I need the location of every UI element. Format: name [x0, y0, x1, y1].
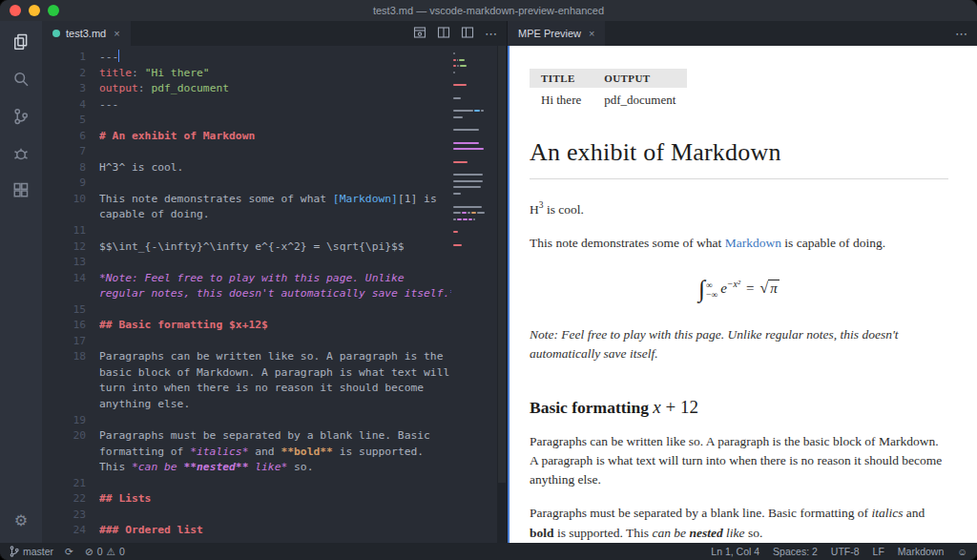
zoom-window-button[interactable] — [48, 5, 59, 16]
extensions-icon[interactable] — [10, 179, 32, 202]
tab-mpe-preview[interactable]: MPE Preview × — [508, 21, 605, 46]
code-line[interactable]: 24### Ordered list — [42, 523, 451, 539]
text-cursor — [118, 50, 119, 62]
encoding-item[interactable]: UTF-8 — [831, 546, 860, 557]
traffic-lights — [10, 5, 59, 16]
code-line[interactable]: 21 — [42, 476, 451, 492]
code-line[interactable]: 23 — [42, 508, 451, 524]
code-line[interactable]: 7 — [42, 144, 451, 160]
git-branch-item[interactable]: master — [10, 546, 53, 557]
preview-note: Note: Feel free to play with this page. … — [530, 325, 948, 364]
vscode-window: test3.md — vscode-markdown-preview-enhan… — [0, 0, 977, 560]
preview-actions: ⋯ — [955, 21, 977, 46]
language-mode-item[interactable]: Markdown — [898, 546, 944, 557]
code-line[interactable]: 20Paragraphs must be separated by a blan… — [42, 428, 451, 445]
front-matter-table: TITLE OUTPUT Hi there pdf_document — [530, 69, 687, 110]
table-header-cell: OUTPUT — [592, 69, 687, 88]
code-line[interactable]: formatting of *italics* and **bold** is … — [42, 445, 451, 461]
code-line[interactable]: 19 — [42, 413, 451, 429]
code-line[interactable]: 6# An exhibit of Markdown — [42, 129, 451, 145]
eol-item[interactable]: LF — [873, 546, 884, 557]
markdown-link[interactable]: Markdown — [725, 236, 781, 250]
code-line[interactable]: 4--- — [42, 97, 451, 114]
code-area[interactable]: 1---2title: "Hi there"3output: pdf_docum… — [42, 46, 451, 543]
minimap[interactable] — [451, 46, 497, 543]
open-preview-icon[interactable] — [413, 26, 426, 41]
code-line[interactable]: capable of doing. — [42, 207, 451, 223]
activity-bar: ⚙ — [0, 21, 42, 543]
line-number: 21 — [42, 476, 99, 492]
line-number: 23 — [42, 508, 99, 524]
code-line[interactable]: 16## Basic formatting $x+12$ — [42, 318, 451, 334]
code-line[interactable]: regular notes, this doesn't automaticall… — [42, 286, 451, 302]
feedback-smiley-icon[interactable]: ☺ — [957, 546, 967, 557]
code-line[interactable]: 8H^3^ is cool. — [42, 160, 451, 176]
debug-icon[interactable] — [10, 142, 32, 165]
editor-actions: ⋯ — [413, 21, 507, 46]
code-line[interactable]: 14*Note: Feel free to play with this pag… — [42, 271, 451, 287]
line-number: 14 — [42, 271, 99, 287]
close-window-button[interactable] — [10, 5, 21, 16]
line-number: 1 — [42, 50, 99, 66]
more-actions-icon[interactable]: ⋯ — [485, 27, 498, 41]
preview-paragraph: This note demonstrates some of what Mark… — [530, 234, 948, 253]
warning-icon: ⚠ — [107, 546, 115, 557]
line-number: 16 — [42, 318, 99, 334]
problems-item[interactable]: ⊘ 0 ⚠ 0 — [85, 546, 125, 557]
minimize-window-button[interactable] — [29, 5, 40, 16]
line-number — [42, 207, 99, 223]
line-number — [42, 286, 99, 302]
split-editor-icon[interactable] — [437, 26, 450, 41]
line-number: 13 — [42, 255, 99, 271]
code-line[interactable]: turn into when there is no reason it sho… — [42, 381, 451, 397]
table-cell: Hi there — [530, 88, 592, 110]
cursor-position-item[interactable]: Ln 1, Col 4 — [711, 546, 759, 557]
line-number: 11 — [42, 223, 99, 239]
explorer-icon[interactable] — [10, 31, 32, 53]
line-number — [42, 445, 99, 461]
editor-scrollbar[interactable] — [497, 46, 507, 543]
code-line[interactable]: basic block of Markdown. A paragraph is … — [42, 365, 451, 382]
line-number: 2 — [42, 66, 99, 82]
preview-group: MPE Preview × ⋯ TITLE OUTPUT Hi there pd… — [508, 21, 977, 543]
window-title: test3.md — vscode-markdown-preview-enhan… — [0, 5, 977, 16]
code-line[interactable]: This *can be **nested** like* so. — [42, 460, 451, 476]
code-line[interactable]: 17 — [42, 334, 451, 350]
line-number: 20 — [42, 428, 99, 445]
code-line[interactable]: 12$$\int_{-\infty}^\infty e^{-x^2} = \sq… — [42, 239, 451, 256]
settings-gear-icon[interactable]: ⚙ — [10, 508, 32, 531]
code-line[interactable]: 3output: pdf_document — [42, 81, 451, 97]
tab-label: test3.md — [66, 28, 106, 39]
source-control-icon[interactable] — [10, 105, 32, 128]
code-line[interactable]: 5 — [42, 113, 451, 129]
line-number: 7 — [42, 144, 99, 160]
line-number: 3 — [42, 81, 99, 97]
code-line[interactable]: 18Paragraphs can be written like so. A p… — [42, 349, 451, 365]
code-line[interactable]: 13 — [42, 255, 451, 271]
code-line[interactable]: 1--- — [42, 50, 451, 66]
tab-close-icon[interactable]: × — [112, 28, 119, 39]
indentation-item[interactable]: Spaces: 2 — [773, 546, 818, 557]
line-number: 15 — [42, 302, 99, 319]
toggle-layout-icon[interactable] — [461, 26, 474, 41]
editor-group: test3.md × ⋯ 1---2title: "Hi there"3outp… — [42, 21, 508, 543]
code-line[interactable]: 11 — [42, 223, 451, 239]
code-line[interactable]: 9 — [42, 176, 451, 192]
line-number — [42, 460, 99, 476]
status-bar: master ⟳ ⊘ 0 ⚠ 0 Ln 1, Col 4 Spaces: 2 U… — [0, 543, 977, 560]
code-line[interactable]: 22## Lists — [42, 491, 451, 508]
table-row: Hi there pdf_document — [530, 88, 687, 110]
code-line[interactable]: 2title: "Hi there" — [42, 66, 451, 82]
titlebar: test3.md — vscode-markdown-preview-enhan… — [0, 0, 977, 21]
tab-test3-md[interactable]: test3.md × — [42, 21, 131, 46]
code-line[interactable]: anything else. — [42, 397, 451, 413]
code-line[interactable]: 10This note demonstrates some of what [M… — [42, 192, 451, 208]
tab-close-icon[interactable]: × — [587, 28, 594, 39]
line-number: 4 — [42, 97, 99, 114]
code-line[interactable]: 15 — [42, 302, 451, 319]
more-actions-icon[interactable]: ⋯ — [955, 27, 968, 41]
sync-item[interactable]: ⟳ — [65, 546, 73, 557]
search-icon[interactable] — [10, 68, 32, 91]
preview-h1: An exhibit of Markdown — [530, 138, 948, 179]
code-editor[interactable]: 1---2title: "Hi there"3output: pdf_docum… — [42, 46, 507, 543]
